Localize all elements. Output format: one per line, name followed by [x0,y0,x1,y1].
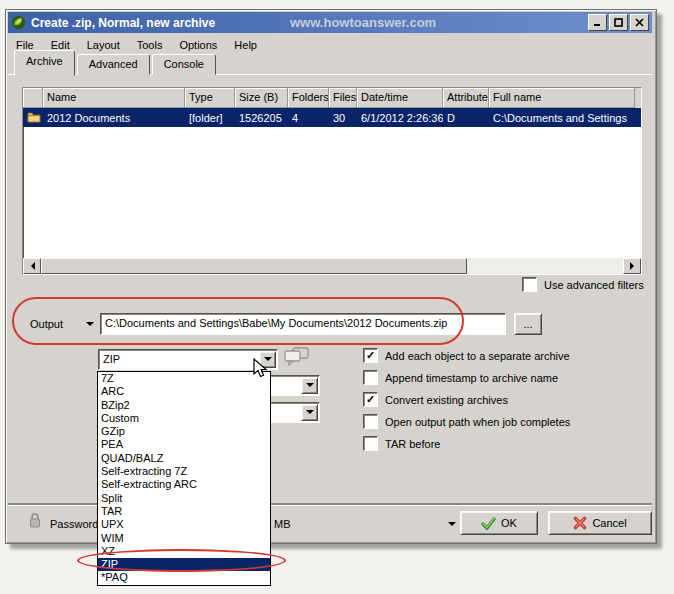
browse-button[interactable]: ... [514,313,542,335]
format-dropdown-button[interactable] [259,351,276,368]
dropdown-option-split[interactable]: Split [98,492,270,505]
compression-dropdown-button[interactable] [301,377,318,394]
output-label: Output [30,318,63,330]
peazip-create-archive-window: Create .zip, Normal, new archive www.how… [5,9,657,544]
close-icon [635,18,644,27]
password-label: Password [50,518,98,530]
separate-archive-label: Add each object to a separate archive [385,350,570,362]
output-path-field[interactable]: C:\Documents and Settings\Babe\My Docume… [100,313,506,335]
chevron-down-icon [306,410,314,418]
dropdown-option-sfxarc[interactable]: Self-extracting ARC [98,478,270,491]
cell-fullname: C:\Documents and Settings [489,112,635,124]
dropdown-option-arc[interactable]: ARC [98,385,270,398]
cancel-label: Cancel [592,517,626,529]
dropdown-option-wim[interactable]: WIM [98,532,270,545]
title-bar: Create .zip, Normal, new archive www.how… [8,12,652,33]
menu-options[interactable]: Options [179,39,217,51]
password-lock-icon [28,512,42,529]
col-datetime[interactable]: Date/time [357,88,443,108]
dropdown-option-quadbalz[interactable]: QUAD/BALZ [98,452,270,465]
output-dropdown-icon[interactable] [86,322,94,330]
menu-layout[interactable]: Layout [87,39,120,51]
cell-datetime: 6/1/2012 2:26:36 [357,112,443,124]
cell-folders: 4 [288,112,329,124]
open-path-label: Open output path when job completes [385,416,570,428]
scroll-right-icon [630,262,638,270]
tab-console[interactable]: Console [152,54,216,75]
row-icon-cell [23,111,43,125]
option-row-timestamp: Append timestamp to archive name [363,370,558,385]
timestamp-checkbox[interactable] [363,370,378,385]
col-folders[interactable]: Folders [288,88,329,108]
cell-type: [folder] [185,112,235,124]
tab-advanced[interactable]: Advanced [77,54,150,75]
menu-tools[interactable]: Tools [137,39,163,51]
scroll-right-button[interactable] [623,258,641,274]
option-row-open-path: Open output path when job completes [363,414,570,429]
format-dropdown-list: 7Z ARC BZip2 Custom GZip PEA QUAD/BALZ S… [97,371,271,586]
format-combobox[interactable]: ZIP [98,349,278,370]
col-icon[interactable] [23,88,43,108]
minimize-icon [593,18,602,27]
maximize-icon [614,18,623,27]
cancel-button[interactable]: Cancel [548,511,652,535]
tab-archive[interactable]: Archive [14,50,75,76]
ok-check-icon [481,517,496,530]
chevron-down-icon [264,357,272,365]
dropdown-option-bzip2[interactable]: BZip2 [98,399,270,412]
minimize-button[interactable] [588,14,607,31]
cell-size: 1526205 [235,112,288,124]
menu-help[interactable]: Help [234,39,257,51]
dropdown-option-7z[interactable]: 7Z [98,372,270,385]
col-size[interactable]: Size (B) [235,88,288,108]
maximize-button[interactable] [609,14,628,31]
table-header-row: Name Type Size (B) Folders Files Date/ti… [23,88,641,108]
horizontal-scrollbar[interactable] [23,258,641,274]
scroll-left-icon [27,262,35,270]
tar-before-label: TAR before [385,438,440,450]
scroll-left-button[interactable] [23,258,41,274]
dropdown-option-tar[interactable]: TAR [98,505,270,518]
tar-before-checkbox[interactable] [363,436,378,451]
cell-attributes: D [443,112,489,124]
tab-strip: Archive Advanced Console [14,52,218,75]
timestamp-label: Append timestamp to archive name [385,372,558,384]
use-advanced-filters-label: Use advanced filters [544,279,644,291]
dropdown-option-gzip[interactable]: GZip [98,425,270,438]
col-name[interactable]: Name [43,88,185,108]
dropdown-option-xz[interactable]: XZ [98,545,270,558]
use-advanced-filters-checkbox[interactable] [522,277,537,292]
col-fullname[interactable]: Full name [489,88,635,108]
dropdown-option-pea[interactable]: PEA [98,438,270,451]
option-row-convert: ✓ Convert existing archives [363,392,508,407]
file-list-table: Name Type Size (B) Folders Files Date/ti… [22,87,642,275]
dropdown-option-paq[interactable]: *PAQ [98,571,270,584]
watermark-text: www.howtoanswer.com [290,15,436,30]
ok-label: OK [501,517,517,529]
comment-bubble-icon[interactable] [284,347,310,367]
table-row[interactable]: 2012 Documents [folder] 1526205 4 30 6/1… [23,108,641,127]
level-dropdown-button[interactable] [301,404,318,421]
option-row-tar-before: TAR before [363,436,440,451]
col-type[interactable]: Type [185,88,235,108]
dropdown-option-sfx7z[interactable]: Self-extracting 7Z [98,465,270,478]
col-attributes[interactable]: Attributes [443,88,489,108]
close-button[interactable] [630,14,649,31]
scrollbar-track[interactable] [467,258,623,274]
cell-name: 2012 Documents [43,112,185,124]
chevron-down-icon [306,383,314,391]
dropdown-option-upx[interactable]: UPX [98,518,270,531]
dropdown-option-zip[interactable]: ZIP [98,558,270,571]
screenshot-stage: Create .zip, Normal, new archive www.how… [0,0,674,594]
separate-archive-checkbox[interactable]: ✓ [363,348,378,363]
convert-label: Convert existing archives [385,394,508,406]
convert-checkbox[interactable]: ✓ [363,392,378,407]
ok-button[interactable]: OK [460,511,538,535]
open-path-checkbox[interactable] [363,414,378,429]
scrollbar-thumb[interactable] [41,258,467,274]
window-title: Create .zip, Normal, new archive [31,16,215,30]
volume-dropdown-icon[interactable] [448,522,456,530]
cell-files: 30 [329,112,357,124]
dropdown-option-custom[interactable]: Custom [98,412,270,425]
col-files[interactable]: Files [329,88,357,108]
